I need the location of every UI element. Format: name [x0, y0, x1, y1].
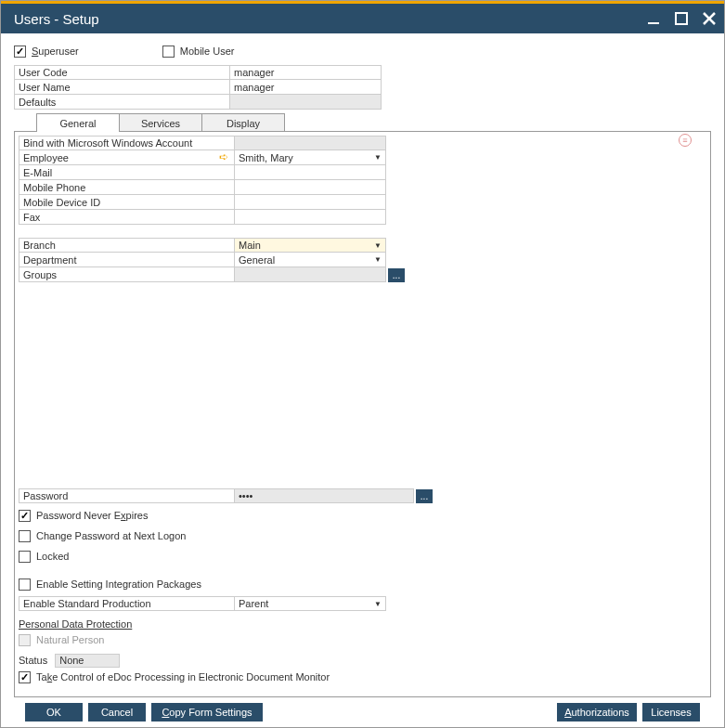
groups-browse-button[interactable]: ... — [388, 268, 405, 282]
mobile-device-label: Mobile Device ID — [19, 195, 234, 210]
natural-person-checkbox — [19, 634, 31, 646]
minimize-icon[interactable] — [646, 11, 661, 26]
pwd-never-expires-label: Password Never Expires — [36, 510, 148, 521]
defaults-input[interactable] — [229, 95, 382, 110]
groups-input[interactable] — [234, 267, 386, 282]
titlebar: Users - Setup — [1, 4, 724, 33]
locked-label: Locked — [36, 551, 69, 562]
mobile-phone-input[interactable] — [234, 180, 386, 195]
chevron-down-icon: ▼ — [372, 254, 383, 265]
branch-label: Branch — [19, 238, 234, 253]
enable-integration-checkbox[interactable] — [19, 578, 31, 591]
maximize-icon[interactable] — [674, 11, 689, 26]
status-value: None — [55, 654, 120, 668]
branch-select[interactable]: Main ▼ — [234, 238, 386, 253]
password-browse-button[interactable]: ... — [416, 489, 433, 503]
user-code-input[interactable]: manager — [229, 65, 382, 80]
copy-form-settings-button[interactable]: Copy Form Settings — [151, 703, 263, 722]
authorizations-button[interactable]: Authorizations — [557, 703, 637, 722]
std-prod-select[interactable]: Parent ▼ — [234, 596, 386, 611]
chevron-down-icon: ▼ — [372, 598, 383, 609]
chevron-down-icon: ▼ — [372, 240, 383, 251]
department-label: Department — [19, 253, 234, 267]
take-control-checkbox[interactable] — [19, 671, 31, 683]
employee-label: Employee ➪ — [19, 150, 234, 165]
tab-general[interactable]: General — [36, 113, 120, 132]
bind-label: Bind with Microsoft Windows Account — [19, 136, 234, 150]
employee-select[interactable]: Smith, Mary ▼ — [234, 150, 386, 165]
mobile-device-input[interactable] — [234, 195, 386, 210]
user-name-input[interactable]: manager — [229, 80, 382, 95]
window-title: Users - Setup — [14, 11, 99, 27]
std-prod-label: Enable Standard Production — [19, 596, 234, 611]
email-input[interactable] — [234, 165, 386, 180]
tab-display[interactable]: Display — [201, 113, 285, 132]
ok-button[interactable]: OK — [25, 703, 83, 722]
mobile-phone-label: Mobile Phone — [19, 180, 234, 195]
take-control-label: Take Control of eDoc Processing in Elect… — [36, 671, 330, 682]
bind-input[interactable] — [234, 136, 386, 150]
superuser-label: Superuser — [32, 46, 79, 57]
cancel-button[interactable]: Cancel — [88, 703, 146, 722]
enable-integration-label: Enable Setting Integration Packages — [36, 578, 201, 590]
mobile-user-label: Mobile User — [180, 46, 235, 57]
svg-rect-1 — [676, 13, 687, 24]
status-label: Status — [19, 655, 47, 666]
superuser-checkbox[interactable] — [14, 46, 26, 58]
pdp-heading[interactable]: Personal Data Protection — [19, 618, 701, 630]
fax-input[interactable] — [234, 210, 386, 225]
licenses-button[interactable]: Licenses — [642, 703, 700, 722]
defaults-label: Defaults — [14, 95, 229, 110]
password-label: Password — [19, 488, 234, 503]
natural-person-label: Natural Person — [36, 634, 104, 645]
department-select[interactable]: General ▼ — [234, 253, 386, 267]
general-panel: ≡ Bind with Microsoft Windows Account Em… — [14, 131, 711, 697]
email-label: E-Mail — [19, 165, 234, 180]
change-pwd-next-checkbox[interactable] — [19, 530, 31, 542]
groups-label: Groups — [19, 267, 234, 282]
info-icon[interactable]: ≡ — [679, 134, 692, 147]
mobile-user-checkbox[interactable] — [162, 46, 175, 58]
password-input[interactable]: •••• — [234, 488, 414, 503]
chevron-down-icon: ▼ — [372, 151, 383, 162]
fax-label: Fax — [19, 210, 234, 225]
user-code-label: User Code — [14, 65, 229, 80]
link-arrow-icon[interactable]: ➪ — [217, 151, 230, 162]
pwd-never-expires-checkbox[interactable] — [19, 510, 31, 522]
close-icon[interactable] — [702, 11, 717, 26]
tab-services[interactable]: Services — [119, 113, 202, 132]
change-pwd-next-label: Change Password at Next Logon — [36, 530, 186, 541]
locked-checkbox[interactable] — [19, 551, 31, 563]
user-name-label: User Name — [14, 80, 229, 95]
